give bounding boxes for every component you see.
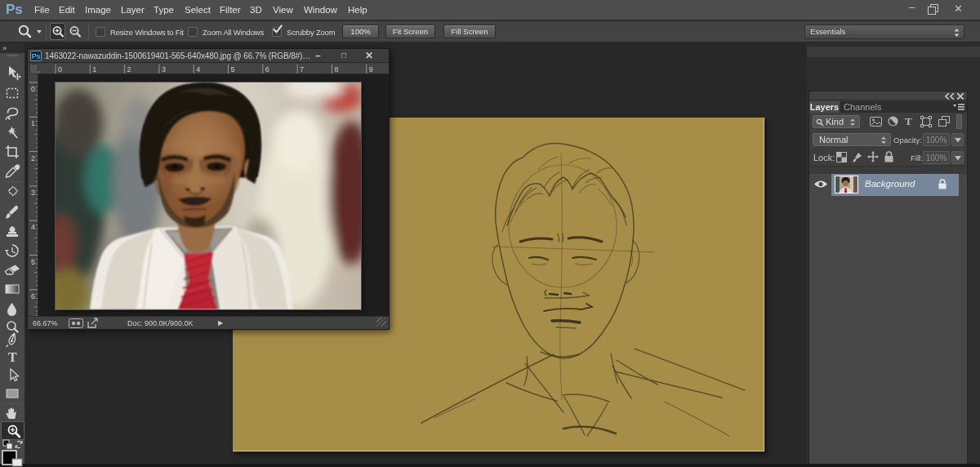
svg-text:7: 7: [300, 65, 304, 73]
svg-text:2: 2: [31, 154, 35, 162]
svg-text:1: 1: [31, 119, 35, 127]
svg-text:6: 6: [31, 292, 35, 300]
svg-text:5: 5: [31, 258, 35, 266]
svg-text:4: 4: [196, 65, 200, 73]
svg-text:2: 2: [127, 65, 131, 73]
svg-text:0: 0: [31, 85, 35, 93]
svg-text:8: 8: [334, 65, 338, 73]
svg-text:3: 3: [31, 189, 35, 197]
svg-text:T: T: [8, 350, 17, 364]
svg-text:6: 6: [265, 65, 270, 73]
svg-text:5: 5: [231, 65, 235, 73]
svg-text:1: 1: [92, 65, 96, 73]
svg-text:0: 0: [58, 65, 62, 73]
svg-text:9: 9: [369, 65, 373, 73]
svg-text:4: 4: [31, 223, 35, 231]
svg-text:3: 3: [162, 65, 166, 73]
